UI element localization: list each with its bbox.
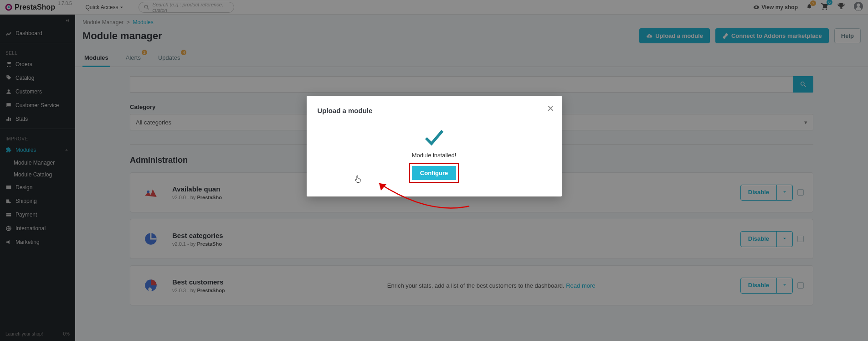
configure-highlight: Configure <box>410 164 458 182</box>
configure-button[interactable]: Configure <box>412 166 456 180</box>
modal-title: Upload a module <box>318 107 551 114</box>
modal-message: Module installed! <box>318 152 551 159</box>
modal-backdrop[interactable]: Upload a module ✕ Module installed! Conf… <box>0 0 868 341</box>
modal-close-button[interactable]: ✕ <box>547 103 555 114</box>
upload-module-modal: Upload a module ✕ Module installed! Conf… <box>307 96 562 196</box>
success-check-icon <box>318 128 551 148</box>
